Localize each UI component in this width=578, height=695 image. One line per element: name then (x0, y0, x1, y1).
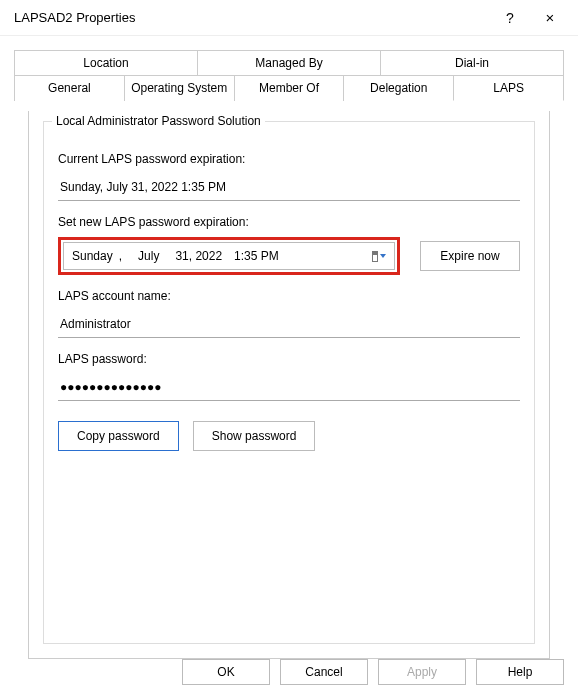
copy-password-button[interactable]: Copy password (58, 421, 179, 451)
tab-dial-in[interactable]: Dial-in (380, 50, 564, 76)
tab-laps[interactable]: LAPS (453, 75, 564, 101)
tab-general[interactable]: General (14, 75, 125, 101)
tab-row-2: General Operating System Member Of Deleg… (14, 75, 564, 101)
date-weekday: Sunday (72, 249, 113, 263)
account-name-value: Administrator (58, 311, 520, 338)
tab-content: Local Administrator Password Solution Cu… (28, 111, 550, 659)
dialog-buttons: OK Cancel Apply Help (182, 659, 564, 685)
tab-operating-system[interactable]: Operating System (124, 75, 235, 101)
calendar-icon[interactable] (372, 249, 386, 263)
date-time-picker[interactable]: Sunday , July 31, 2022 1:35 PM (63, 242, 395, 270)
account-name-label: LAPS account name: (58, 289, 520, 303)
date-time: 1:35 PM (234, 249, 279, 263)
tabs-area: Location Managed By Dial-in General Oper… (0, 36, 578, 659)
close-button[interactable]: × (530, 3, 570, 33)
cancel-button[interactable]: Cancel (280, 659, 368, 685)
tab-member-of[interactable]: Member Of (234, 75, 345, 101)
apply-button[interactable]: Apply (378, 659, 466, 685)
password-value: ●●●●●●●●●●●●●● (58, 374, 520, 401)
ok-button[interactable]: OK (182, 659, 270, 685)
tab-location[interactable]: Location (14, 50, 198, 76)
tab-managed-by[interactable]: Managed By (197, 50, 381, 76)
help-button-bottom[interactable]: Help (476, 659, 564, 685)
set-new-expiration-label: Set new LAPS password expiration: (58, 215, 520, 229)
laps-groupbox: Local Administrator Password Solution Cu… (43, 121, 535, 644)
date-row: Sunday , July 31, 2022 1:35 PM Expire no… (58, 237, 520, 275)
close-icon: × (546, 9, 555, 26)
date-month: July (138, 249, 159, 263)
window-title: LAPSAD2 Properties (14, 10, 490, 25)
groupbox-legend: Local Administrator Password Solution (52, 114, 265, 128)
help-icon: ? (506, 10, 514, 26)
date-comma: , (119, 249, 122, 263)
help-button[interactable]: ? (490, 3, 530, 33)
date-picker-highlight: Sunday , July 31, 2022 1:35 PM (58, 237, 400, 275)
date-day-year: 31, 2022 (175, 249, 222, 263)
password-label: LAPS password: (58, 352, 520, 366)
password-buttons-row: Copy password Show password (58, 421, 520, 451)
current-expiration-value: Sunday, July 31, 2022 1:35 PM (58, 174, 520, 201)
show-password-button[interactable]: Show password (193, 421, 316, 451)
tab-delegation[interactable]: Delegation (343, 75, 454, 101)
titlebar: LAPSAD2 Properties ? × (0, 0, 578, 36)
tab-row-1: Location Managed By Dial-in (14, 50, 564, 76)
current-expiration-label: Current LAPS password expiration: (58, 152, 520, 166)
expire-now-button[interactable]: Expire now (420, 241, 520, 271)
